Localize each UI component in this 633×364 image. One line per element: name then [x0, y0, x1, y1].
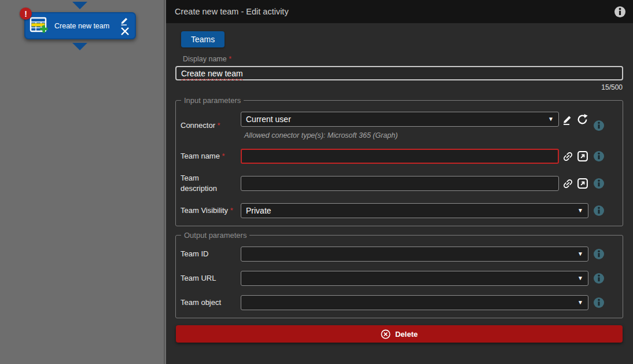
dropdown-arrow-icon: ▼ — [548, 116, 554, 122]
output-parameters-legend: Output parameters — [181, 231, 249, 240]
dropdown-arrow-icon: ▼ — [577, 275, 583, 281]
dropdown-arrow-icon: ▼ — [577, 208, 583, 214]
team-description-row: Team description — [181, 173, 605, 194]
flow-arrow-down-icon — [72, 43, 87, 50]
delete-circle-x-icon — [381, 329, 391, 339]
dropdown-arrow-icon: ▼ — [577, 300, 583, 306]
required-marker: * — [218, 121, 220, 130]
team-description-field — [241, 176, 588, 191]
activity-node[interactable]: ! Create new team — [24, 12, 136, 39]
connector-selected-value: Current user — [246, 115, 291, 124]
tab-teams[interactable]: Teams — [181, 31, 225, 47]
required-marker: * — [230, 206, 233, 215]
workflow-canvas[interactable]: ! Create new team — [0, 0, 165, 364]
team-name-field — [241, 149, 588, 164]
team-object-label: Team object — [181, 297, 235, 308]
connector-row: Connector * Current user ▼ — [181, 112, 605, 139]
delete-button-label: Delete — [395, 330, 418, 339]
team-url-row: Team URL ▼ — [181, 271, 605, 286]
display-name-label: Display name * — [183, 55, 623, 63]
team-id-label: Team ID — [181, 249, 235, 259]
team-id-row: Team ID ▼ — [181, 247, 605, 262]
team-url-info-icon[interactable] — [594, 273, 605, 284]
team-name-external-link-icon[interactable] — [577, 150, 588, 162]
panel-title: Create new team - Edit activity — [175, 7, 614, 16]
team-visibility-label: Team Visibility * — [181, 205, 235, 216]
team-name-info-icon[interactable] — [594, 151, 605, 161]
dropdown-arrow-icon: ▼ — [577, 251, 583, 257]
team-name-row: Team name * — [181, 149, 605, 164]
team-description-external-link-icon[interactable] — [577, 178, 588, 189]
connector-help-text: Allowed conector type(s): Microsoft 365 … — [244, 131, 588, 139]
team-id-info-icon[interactable] — [594, 249, 605, 259]
create-team-table-icon — [30, 17, 49, 35]
team-url-select[interactable]: ▼ — [241, 271, 588, 286]
team-name-input[interactable] — [241, 149, 559, 164]
connector-select[interactable]: Current user ▼ — [241, 112, 559, 127]
display-name-value: Create new team — [181, 69, 243, 78]
team-object-info-icon[interactable] — [594, 297, 605, 308]
team-name-label: Team name * — [181, 151, 235, 161]
node-actions — [120, 16, 130, 36]
team-name-link-icon[interactable] — [562, 150, 574, 163]
team-url-label: Team URL — [181, 273, 235, 284]
team-visibility-select[interactable]: Private ▼ — [241, 203, 588, 218]
connector-field: Current user ▼ — [241, 112, 588, 139]
team-object-row: Team object ▼ — [181, 295, 605, 310]
error-badge-glyph: ! — [24, 9, 27, 19]
team-visibility-selected-value: Private — [246, 206, 271, 215]
display-name-input[interactable]: Create new team — [175, 66, 623, 80]
input-parameters-legend: Input parameters — [181, 96, 244, 105]
team-description-link-icon[interactable] — [562, 178, 574, 190]
input-parameters-fieldset: Input parameters Connector * Current use… — [175, 96, 623, 226]
team-object-select[interactable]: ▼ — [241, 295, 588, 310]
team-visibility-row: Team Visibility * Private ▼ — [181, 203, 605, 218]
delete-button[interactable]: Delete — [176, 325, 623, 343]
team-visibility-info-icon[interactable] — [594, 205, 605, 216]
char-counter: 15/500 — [175, 83, 623, 91]
node-label: Create new team — [54, 22, 120, 30]
node-edit-pencil-icon[interactable] — [120, 16, 130, 25]
team-description-info-icon[interactable] — [594, 178, 605, 189]
panel-content: Teams Display name * Create new team 15/… — [166, 23, 633, 343]
header-info-icon[interactable] — [614, 6, 625, 17]
team-description-label: Team description — [181, 173, 235, 194]
team-id-select[interactable]: ▼ — [241, 247, 588, 262]
error-badge-icon: ! — [20, 8, 32, 20]
panel-header: Create new team - Edit activity — [166, 0, 633, 23]
connector-info-icon[interactable] — [594, 120, 605, 131]
output-parameters-fieldset: Output parameters Team ID ▼ Team URL — [175, 231, 623, 318]
node-remove-x-icon[interactable] — [120, 27, 130, 36]
connector-edit-pencil-icon[interactable] — [562, 113, 573, 125]
required-marker: * — [222, 152, 225, 160]
required-marker: * — [229, 55, 231, 63]
connector-label: Connector * — [181, 120, 235, 131]
team-description-input[interactable] — [241, 176, 559, 191]
flow-arrow-down-icon — [72, 2, 87, 9]
connector-refresh-icon[interactable] — [576, 113, 588, 126]
edit-activity-panel: Create new team - Edit activity Teams Di… — [166, 0, 633, 364]
